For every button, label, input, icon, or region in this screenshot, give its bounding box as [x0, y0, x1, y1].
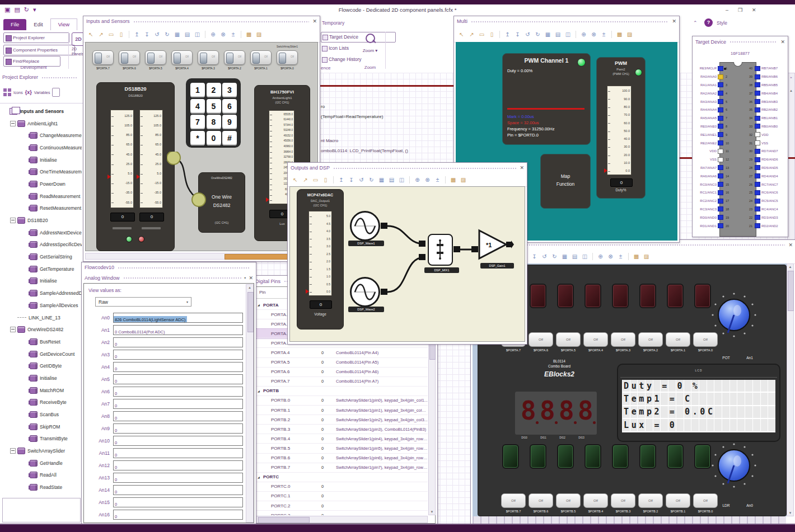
close-icon[interactable]: ✕: [312, 18, 317, 24]
digital-pin-row[interactable]: PORTA.7 0 ComboBL0114(Pin A7): [255, 377, 428, 387]
analog-value-field[interactable]: 0: [113, 485, 243, 495]
tree-item[interactable]: SampleAddressedD: [0, 287, 82, 299]
tree-expander-icon[interactable]: [10, 327, 16, 332]
toolbar-icon[interactable]: ▤: [554, 30, 562, 39]
window-control-icon[interactable]: ✕: [752, 7, 756, 13]
toolbar-icon[interactable]: ↺: [153, 30, 161, 39]
port-toggle-button[interactable]: Off: [529, 332, 553, 347]
toolbar-icon[interactable]: [628, 253, 629, 260]
board-vertical-scrollbar[interactable]: ▲ ▼: [787, 263, 794, 516]
toolbar-icon[interactable]: ⊕: [413, 176, 422, 184]
toolbar-icon[interactable]: [499, 31, 500, 38]
toolbar-icon[interactable]: ▦: [377, 176, 386, 184]
tree-item[interactable]: LINK_LINE_13: [0, 312, 82, 324]
toolbar-icon[interactable]: ⊗: [606, 252, 615, 261]
tree-item[interactable]: AmbientLight1: [0, 117, 82, 130]
toolbar-icon[interactable]: ±: [600, 30, 608, 39]
digital-pin-row[interactable]: ◢ PORTC: [255, 473, 428, 482]
keypad-key[interactable]: 4: [190, 99, 205, 114]
toggle-switch[interactable]: Off: [119, 50, 140, 65]
dsp-mix-node[interactable]: [428, 234, 453, 266]
window-control-icon[interactable]: ❒: [738, 7, 742, 13]
port-toggle-button[interactable]: Off: [638, 332, 663, 347]
toggle-switch[interactable]: Off: [250, 50, 272, 65]
digital-pin-row[interactable]: PORTA.6 0 ComboBL0114(Pin A6): [255, 368, 428, 377]
toolbar-icon[interactable]: ↻: [163, 30, 171, 39]
digital-pin-row[interactable]: PORTB.5 0 SwitchArraySlider1(pin5), keyp…: [255, 444, 428, 453]
pin-pad-right[interactable]: [755, 124, 760, 129]
pin-column-header[interactable]: Pin: [259, 290, 266, 295]
pin-pad-right[interactable]: [755, 91, 760, 96]
digital-pin-row[interactable]: PORTB.3 0 SwitchArraySlider1(pin3), Comb…: [255, 425, 428, 434]
macros-grid-icon[interactable]: [3, 88, 11, 96]
toolbar-icon[interactable]: [205, 31, 205, 38]
board-horizontal-scrollbar[interactable]: [473, 516, 786, 524]
pin-pad-left[interactable]: [718, 140, 723, 145]
keypad-key[interactable]: 2: [207, 83, 221, 97]
toolbar-icon[interactable]: ↖: [291, 176, 300, 184]
digital-pin-row[interactable]: PORTA.4 0 ComboBL0114(Pin A4): [255, 348, 428, 357]
toolbar-icon[interactable]: ↻: [534, 30, 542, 39]
toolbar-icon[interactable]: ▩: [245, 30, 253, 39]
pin-pad-left[interactable]: [718, 91, 723, 96]
tree-item[interactable]: ScanBus: [0, 408, 82, 421]
map-function-box[interactable]: Map Function: [540, 154, 591, 209]
pin-pad-left[interactable]: [718, 99, 723, 104]
toolbar-icon[interactable]: ↗: [467, 30, 476, 39]
digital-pin-row[interactable]: PORTC.1 0: [255, 492, 428, 501]
toolbar-icon[interactable]: ↻: [367, 176, 376, 184]
tree-item[interactable]: SwitchArraySlider: [0, 445, 82, 457]
analog-value-field[interactable]: 0: [113, 510, 243, 520]
pin-pad-right[interactable]: [755, 140, 760, 145]
switch-knob[interactable]: [252, 53, 260, 64]
digital-pin-row[interactable]: PORTB.4 0 SwitchArraySlider1(pin4), keyp…: [255, 434, 428, 444]
pin-pad-right[interactable]: [755, 182, 760, 187]
toolbar-icon[interactable]: ▩: [615, 30, 624, 39]
close-icon[interactable]: ✕: [788, 242, 793, 248]
pin-pad-left[interactable]: [718, 223, 723, 228]
pin-pad-left[interactable]: [718, 206, 723, 211]
tree-item[interactable]: SampleAllDevices: [0, 299, 82, 312]
toolbar-icon[interactable]: [129, 31, 129, 38]
keypad-key[interactable]: #: [222, 131, 237, 145]
pin-pad-left[interactable]: [718, 149, 723, 154]
pin-pad-right[interactable]: [755, 99, 760, 104]
port-toggle-button[interactable]: Off: [693, 493, 718, 508]
pin-pad-right[interactable]: [755, 206, 760, 211]
pin-pad-right[interactable]: [755, 74, 760, 79]
pot-knob[interactable]: [709, 290, 759, 340]
toolbar-icon[interactable]: [333, 176, 334, 183]
group-arrow-icon[interactable]: ◢: [255, 389, 263, 393]
close-icon[interactable]: ✕: [520, 165, 524, 171]
toolbar-icon[interactable]: ↥: [503, 30, 512, 39]
pin-pad-left[interactable]: [718, 66, 723, 71]
group-arrow-icon[interactable]: ◢: [255, 303, 263, 307]
ribbon-tab[interactable]: File: [3, 19, 26, 30]
toolbar-icon[interactable]: ±: [616, 252, 625, 261]
toolbar-icon[interactable]: ±: [229, 30, 237, 39]
pin-pad-left[interactable]: [718, 215, 723, 220]
view-option[interactable]: Target Device: [321, 32, 396, 43]
ribbon-button[interactable]: Project Explorer: [3, 32, 69, 43]
analog-value-field[interactable]: 0: [113, 448, 243, 458]
toggle-switch[interactable]: Off: [277, 50, 298, 65]
pin-pad-left[interactable]: [718, 182, 723, 187]
tree-item[interactable]: GetTemperature: [0, 263, 82, 275]
pin-pad-left[interactable]: [718, 173, 723, 178]
analog-value-field[interactable]: 0: [113, 423, 243, 434]
ribbon-button[interactable]: Component Properties: [3, 45, 75, 55]
tree-item[interactable]: ContinuousMeasure: [0, 142, 82, 154]
switch-knob[interactable]: [174, 53, 181, 64]
port-toggle-button[interactable]: Off: [666, 332, 690, 347]
analog-value-field[interactable]: 0: [113, 362, 243, 372]
keypad-key[interactable]: 5: [207, 99, 221, 114]
digital-pin-row[interactable]: PORTB.6 0 SwitchArraySlider1(pin6), keyp…: [255, 454, 428, 463]
pin-pad-right[interactable]: [755, 66, 760, 71]
digital-pin-row[interactable]: PORTA.5 0 ComboBL0114(Pin A5): [255, 358, 428, 368]
toolbar-icon[interactable]: ▯: [117, 30, 125, 39]
tree-item[interactable]: GetDeviceCount: [0, 348, 82, 360]
analog-value-field[interactable]: 0: [113, 374, 243, 384]
tree-item[interactable]: ReadAll: [0, 469, 82, 482]
tree-item[interactable]: OneWireDS2482: [0, 323, 82, 336]
pin-pad-right[interactable]: [755, 165, 760, 170]
